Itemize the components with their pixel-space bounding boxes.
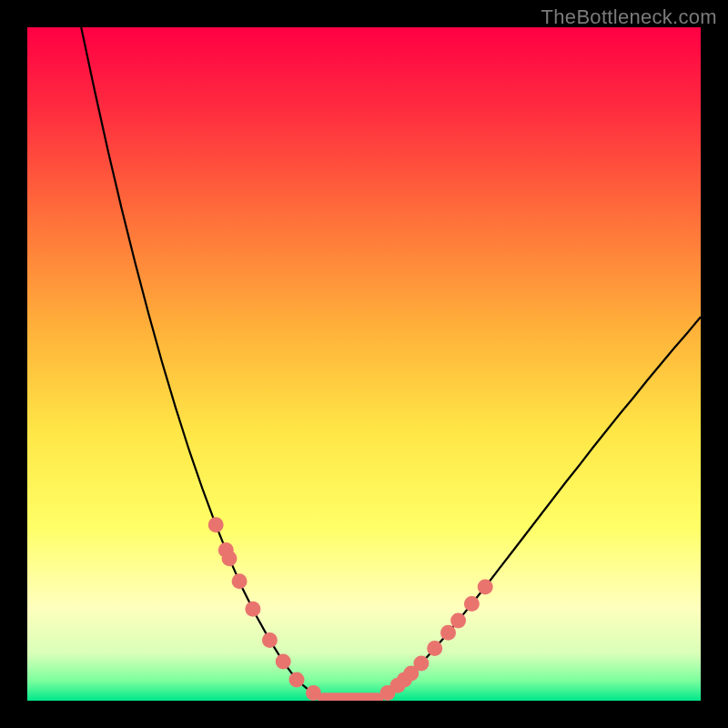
data-point [262, 632, 278, 648]
data-point [222, 551, 238, 566]
data-point [245, 602, 260, 617]
data-point [306, 685, 321, 701]
data-point [413, 655, 429, 671]
data-point [232, 573, 248, 589]
chart-svg [27, 27, 701, 701]
chart-stage: TheBottleneck.com [0, 0, 728, 728]
plot-area [27, 27, 701, 701]
data-point [450, 612, 466, 628]
data-point [289, 672, 305, 688]
data-point [464, 596, 480, 612]
data-point [208, 517, 224, 532]
data-point [276, 654, 291, 670]
data-point [427, 641, 442, 656]
gradient-background [27, 27, 701, 701]
data-point [478, 579, 493, 594]
data-point [440, 625, 456, 641]
attribution-text: TheBottleneck.com [541, 5, 717, 29]
